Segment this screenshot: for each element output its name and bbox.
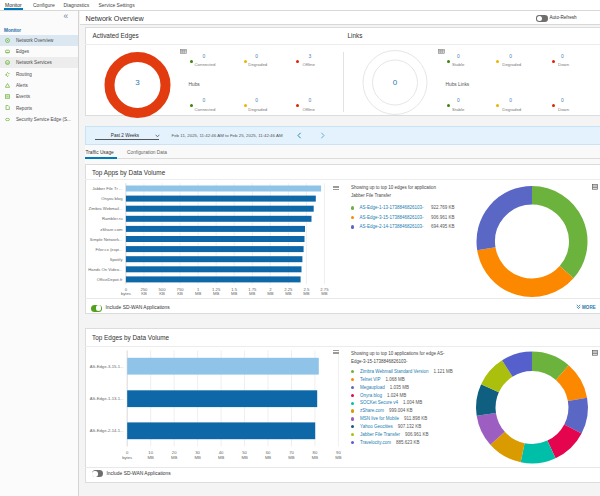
svg-text:MB: MB — [218, 455, 224, 460]
svg-text:MB: MB — [194, 455, 200, 460]
svg-text:MB: MB — [148, 455, 154, 460]
svg-text:MB: MB — [171, 455, 177, 460]
svg-text:MB: MB — [241, 455, 247, 460]
svg-text:AS-Edge-3-15-1...: AS-Edge-3-15-1... — [90, 364, 124, 369]
svg-text:AS-Edge-1-13-1...: AS-Edge-1-13-1... — [90, 396, 124, 401]
svg-text:AS-Edge-2-14-1...: AS-Edge-2-14-1... — [90, 428, 124, 433]
svg-text:MB: MB — [335, 455, 341, 460]
svg-text:MB: MB — [265, 455, 271, 460]
svg-text:bytes: bytes — [122, 455, 132, 460]
svg-text:MB: MB — [312, 455, 318, 460]
svg-text:MB: MB — [288, 455, 294, 460]
